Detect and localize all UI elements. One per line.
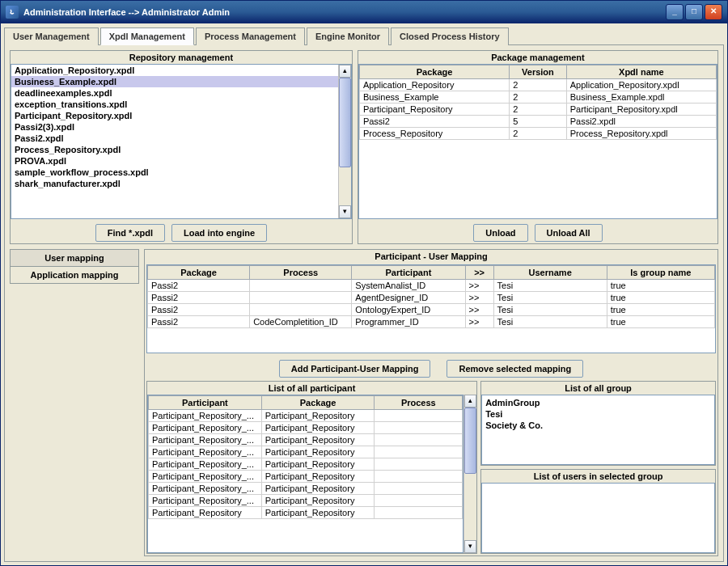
scroll-down-icon[interactable]: ▾ [464,540,476,553]
repository-header: Repository management [11,51,352,64]
tab-application-mapping[interactable]: Application mapping [10,266,139,284]
table-row: Business_Example2Business_Example.xpdl [359,91,716,103]
minimize-button[interactable]: _ [666,4,684,20]
table-row: Passi2SystemAnalist_ID>>Tesitrue [148,280,715,292]
find-xpdl-button[interactable]: Find *.xpdl [95,224,165,242]
scrollbar[interactable]: ▴ ▾ [338,65,351,218]
unload-all-button[interactable]: Unload All [535,224,603,242]
list-item[interactable]: Tesi [485,408,711,420]
table-row: Participant_Repository_...Participant_Re… [149,495,463,507]
list-item[interactable]: Passi2(3).xpdl [11,121,338,133]
tab-process-management[interactable]: Process Management [196,27,305,45]
groups-list[interactable]: AdminGroup Tesi Society & Co. [481,395,715,465]
app-window: Administration Interface --> Administrat… [0,0,728,566]
unload-button[interactable]: Unload [473,224,527,242]
add-mapping-button[interactable]: Add Participant-User Mapping [279,360,431,378]
repository-list[interactable]: Application_Repository.xpdl Business_Exa… [11,65,338,218]
main-tabs: User Management Xpdl Management Process … [4,27,724,45]
list-item[interactable]: shark_manufacturer.xpdl [11,178,338,189]
users-in-group-header: List of users in selected group [481,470,715,483]
scrollbar[interactable]: ▴ ▾ [463,395,476,553]
close-button[interactable]: ✕ [705,4,722,20]
table-row: Application_Repository2Application_Repos… [359,79,716,91]
list-item[interactable]: Business_Example.xpdl [11,76,338,87]
titlebar: Administration Interface --> Administrat… [1,1,727,23]
list-item[interactable]: Application_Repository.xpdl [11,65,338,76]
list-item[interactable]: Process_Repository.xpdl [11,144,338,155]
participants-header: List of all participant [147,382,476,395]
col-package[interactable]: Package [359,65,509,79]
table-row: Participant_Repository_...Participant_Re… [149,434,463,446]
scroll-thumb[interactable] [464,408,476,474]
table-row: Participant_Repository_...Participant_Re… [149,483,463,495]
mapping-header: Participant - User Mapping [145,250,717,263]
list-item[interactable]: Society & Co. [485,420,711,431]
scroll-up-icon[interactable]: ▴ [464,395,476,408]
list-item[interactable]: exception_transitions.xpdl [11,99,338,110]
java-icon [6,6,19,19]
table-row: Participant_RepositoryParticipant_Reposi… [149,507,463,519]
scroll-down-icon[interactable]: ▾ [339,205,351,218]
users-in-group-list[interactable] [481,483,715,553]
col-version[interactable]: Version [510,65,567,79]
table-row: Participant_Repository2Participant_Repos… [359,103,716,116]
table-row: Passi2AgentDesigner_ID>>Tesitrue [148,292,715,304]
table-row: Passi25Passi2.xpdl [359,116,716,128]
packages-table[interactable]: Package Version Xpdl name Application_Re… [359,65,717,140]
table-row: Process_Repository2Process_Repository.xp… [359,128,716,140]
tab-user-mapping[interactable]: User mapping [10,249,139,267]
list-item[interactable]: AdminGroup [485,397,711,408]
tab-xpdl-management[interactable]: Xpdl Management [100,27,194,45]
table-row: Passi2CodeCompletition_IDProgrammer_ID>>… [148,316,715,328]
maximize-button[interactable]: □ [685,4,703,20]
table-row: Participant_Repository_...Participant_Re… [149,458,463,471]
participants-table[interactable]: Participant Package Process Participant_… [148,395,463,519]
table-row: Participant_Repository_...Participant_Re… [149,446,463,458]
remove-mapping-button[interactable]: Remove selected mapping [447,360,583,378]
load-into-engine-button[interactable]: Load into engine [171,224,267,242]
list-item[interactable]: Participant_Repository.xpdl [11,110,338,121]
col-xpdl-name[interactable]: Xpdl name [566,65,716,79]
list-item[interactable]: deadlineexamples.xpdl [11,87,338,99]
table-row: Participant_Repository_...Participant_Re… [149,422,463,434]
scroll-thumb[interactable] [339,78,351,167]
window-title: Administration Interface --> Administrat… [23,7,230,17]
mapping-table[interactable]: Package Process Participant >> Username … [147,265,715,328]
tab-engine-monitor[interactable]: Engine Monitor [307,27,389,45]
tab-user-management[interactable]: User Management [4,27,99,45]
scroll-up-icon[interactable]: ▴ [339,65,351,78]
list-item[interactable]: PROVA.xpdl [11,155,338,167]
table-row: Passi2OntologyExpert_ID>>Tesitrue [148,304,715,316]
packages-header: Package management [358,51,717,64]
table-row: Participant_Repository_...Participant_Re… [149,471,463,483]
list-item[interactable]: Passi2.xpdl [11,133,338,144]
list-item[interactable]: sample_workflow_process.xpdl [11,167,338,178]
table-row: Participant_Repository_...Participant_Re… [149,410,463,422]
groups-header: List of all group [481,382,715,395]
tab-closed-process-history[interactable]: Closed Process History [391,27,509,45]
